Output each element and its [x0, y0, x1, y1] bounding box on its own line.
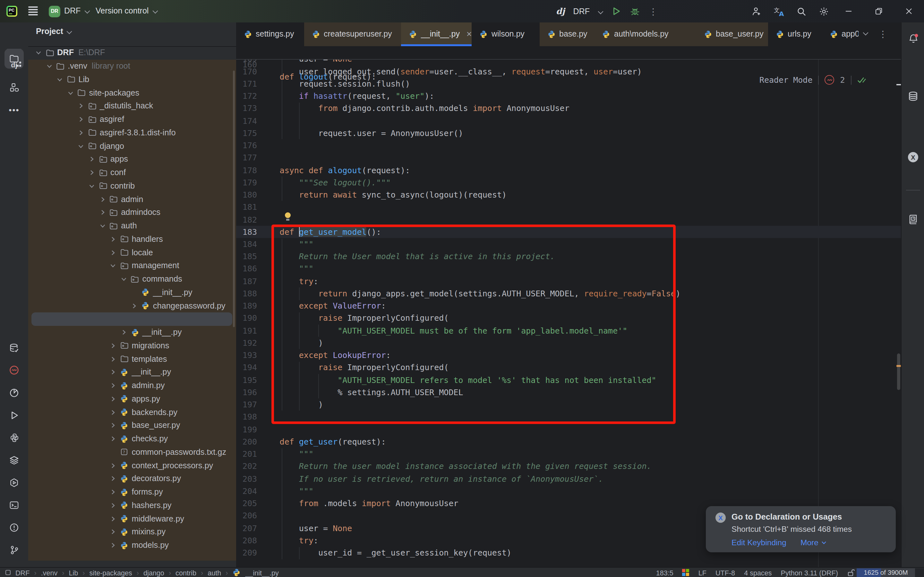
search-icon[interactable] — [796, 6, 806, 16]
tool-button-profiler-pie[interactable] — [8, 386, 21, 399]
tree-item-management[interactable]: management — [108, 259, 179, 272]
chevron-down-icon[interactable] — [55, 75, 64, 84]
chevron-right-icon[interactable] — [77, 128, 85, 137]
tree-item-checks.py[interactable]: checks.py — [108, 432, 168, 446]
tool-button-problems[interactable] — [8, 521, 21, 534]
breadcrumbs[interactable]: DRF›.venv›Lib›site-packages›django›contr… — [5, 569, 279, 577]
tree-item-context_processors.py[interactable]: context_processors.py — [108, 459, 213, 472]
code-line-177[interactable]: 177 — [236, 152, 901, 164]
breadcrumb-item[interactable]: auth — [208, 569, 221, 577]
tool-button-run-play[interactable] — [8, 409, 21, 421]
settings-gear-icon[interactable] — [819, 6, 829, 16]
chevron-right-icon[interactable] — [108, 514, 118, 523]
chevron-right-icon[interactable] — [108, 235, 118, 244]
code-line-202[interactable]: 202 Return the user model instance assoc… — [236, 460, 901, 472]
project-avatar[interactable]: DR — [49, 5, 60, 17]
tree-item-.venv[interactable]: .venvlibrary root — [45, 60, 130, 73]
tab-base_user.py[interactable]: base_user.py — [696, 23, 768, 46]
tree-item-locale[interactable]: locale — [108, 246, 153, 259]
chevron-right-icon[interactable] — [119, 328, 128, 337]
tree-item-mixins.py[interactable]: mixins.py — [108, 525, 166, 539]
tab-base.py[interactable]: base.py — [539, 23, 594, 46]
memory-indicator[interactable]: 1625 of 3900M — [856, 568, 915, 577]
tool-button-python-packages[interactable] — [8, 364, 21, 377]
vcs-widget[interactable]: Version control — [96, 6, 158, 15]
tree-item-templates[interactable]: templates — [108, 353, 167, 366]
line-separator[interactable]: LF — [698, 569, 706, 577]
chevron-right-icon[interactable] — [87, 168, 96, 177]
chevron-right-icon[interactable] — [108, 461, 118, 470]
chevron-right-icon[interactable] — [108, 488, 118, 496]
tool-button-terminal[interactable] — [8, 498, 21, 511]
tab-wilson.py[interactable]: wilson.py — [472, 23, 539, 46]
more-dropdown[interactable]: More — [800, 538, 826, 547]
tree-item-forms.py[interactable]: forms.py — [108, 485, 163, 499]
tree-item-models.py[interactable]: models.py — [108, 539, 169, 552]
unlock-icon[interactable] — [847, 569, 855, 577]
translate-icon[interactable]: 文 A — [774, 6, 784, 16]
tree-item-hashers.py[interactable]: hashers.py — [108, 499, 171, 512]
breadcrumb-item[interactable]: contrib — [176, 569, 196, 577]
code-line-199[interactable]: 199 — [236, 423, 901, 435]
chevron-down-icon[interactable] — [77, 142, 85, 150]
tree-item-__init__.py[interactable]: __init__.py — [119, 326, 182, 339]
tool-button-notifications-bell[interactable] — [907, 32, 919, 45]
chevron-right-icon[interactable] — [87, 155, 96, 164]
chevron-right-icon[interactable] — [108, 528, 118, 537]
breadcrumb-item[interactable]: .venv — [41, 569, 58, 577]
chevron-right-icon[interactable] — [108, 395, 118, 403]
chevron-right-icon[interactable] — [130, 301, 139, 310]
code-line-179[interactable]: 179 """See logout().""" — [236, 176, 901, 189]
chevron-right-icon[interactable] — [108, 474, 118, 484]
breadcrumb-item[interactable]: site-packages — [90, 569, 132, 577]
minimize-button[interactable] — [834, 0, 864, 23]
chevron-right-icon[interactable] — [108, 408, 118, 417]
chevron-down-icon[interactable] — [108, 261, 118, 271]
tab-createsuperuser.py[interactable]: createsuperuser.py — [304, 23, 401, 46]
tree-item-contrib[interactable]: contrib — [87, 179, 135, 193]
code-line-200[interactable]: 200def get_user(request): — [236, 435, 901, 448]
no-errors-check-icon[interactable] — [857, 52, 896, 109]
project-tree-scrollbar[interactable] — [232, 71, 235, 327]
breadcrumb-item[interactable]: DRF — [15, 569, 29, 577]
tree-item-decorators.py[interactable]: decorators.py — [108, 472, 181, 485]
chevron-right-icon[interactable] — [108, 421, 118, 430]
tree-item-asgiref[interactable]: asgiref — [77, 113, 124, 126]
tool-button-database[interactable] — [907, 90, 919, 103]
caret-position[interactable]: 183:5 — [656, 569, 673, 577]
code-line-204[interactable]: 204 """ — [236, 485, 901, 497]
tree-item-django[interactable]: django — [77, 140, 124, 153]
indent-style[interactable]: 4 spaces — [744, 569, 772, 577]
tab-auth-models.py[interactable]: auth\models.py — [594, 23, 696, 46]
code-line-201[interactable]: 201 """ — [236, 448, 901, 460]
tree-item-auth[interactable]: auth — [98, 219, 137, 233]
chevron-right-icon[interactable] — [108, 341, 118, 350]
chevron-down-icon[interactable] — [598, 9, 603, 14]
chevron-right-icon[interactable] — [108, 501, 118, 510]
tree-item-migrations[interactable]: migrations — [108, 339, 169, 353]
chevron-right-icon[interactable] — [108, 541, 118, 550]
code-editor[interactable]: 169 user = None170 user_logged_out.send(… — [236, 46, 901, 567]
code-line-181[interactable]: 181 — [236, 201, 901, 213]
tool-button-dictionary-book[interactable]: A — [907, 213, 919, 226]
more-run-options-button[interactable]: ⋮ — [649, 6, 658, 16]
code-line-176[interactable]: 176 — [236, 139, 901, 152]
tree-item-DRF[interactable]: DRFE:\DRF — [34, 46, 105, 60]
tree-item-admindocs[interactable]: admindocs — [98, 206, 160, 219]
tree-item-apps.py[interactable]: apps.py — [108, 392, 160, 406]
close-icon[interactable]: ✕ — [466, 30, 472, 39]
close-button[interactable] — [894, 0, 924, 23]
tool-button-services-layers[interactable] — [8, 453, 21, 466]
code-line-178[interactable]: 178async def alogout(request): — [236, 164, 901, 176]
tool-button-services-hex-play[interactable] — [8, 476, 21, 489]
chevron-right-icon[interactable] — [108, 434, 118, 443]
chevron-right-icon[interactable] — [98, 208, 107, 217]
weak-warning-icon[interactable] — [825, 76, 834, 85]
chevron-right-icon[interactable] — [77, 102, 85, 111]
run-button[interactable] — [611, 6, 622, 16]
tab-settings.py[interactable]: settings.py — [236, 23, 304, 46]
tool-button-git-branch[interactable] — [8, 543, 21, 556]
reader-mode-label[interactable]: Reader Mode — [760, 74, 813, 86]
chevron-right-icon[interactable] — [108, 368, 118, 377]
tree-item-middleware.py[interactable]: middleware.py — [108, 512, 184, 526]
